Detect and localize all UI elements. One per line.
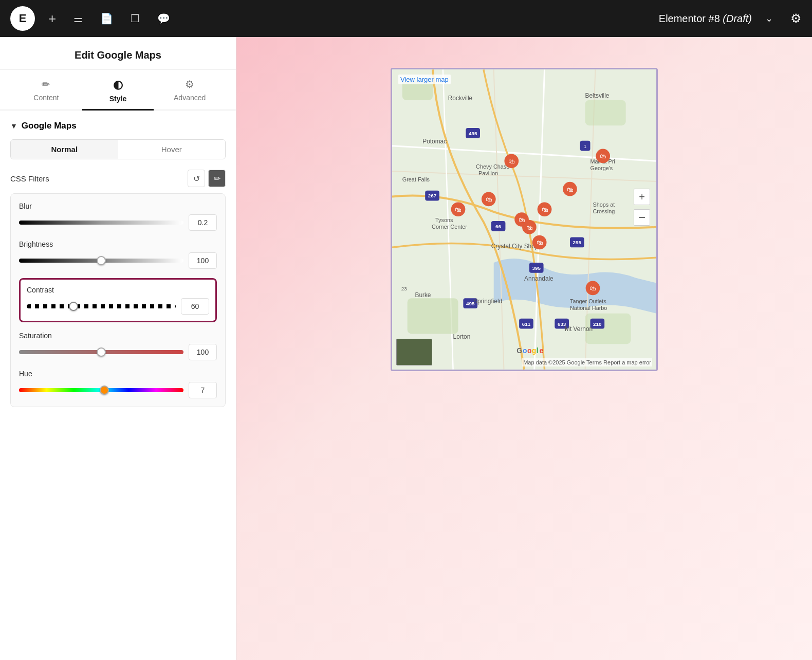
elementor-logo[interactable]: E (10, 6, 35, 31)
content-tab-icon: ✏ (42, 78, 50, 90)
brightness-value: 100 (189, 252, 217, 269)
tab-content-label: Content (33, 94, 59, 102)
hue-label: Hue (19, 370, 217, 378)
css-filters-actions: ↺ ✏ (188, 170, 226, 187)
saturation-control: 100 (19, 344, 217, 360)
map-zoom-out-button[interactable]: − (634, 209, 650, 226)
hue-slider[interactable] (19, 388, 183, 392)
brightness-slider-row: Brightness 100 (19, 240, 217, 269)
svg-text:g: g (532, 346, 536, 355)
svg-text:🛍: 🛍 (567, 186, 573, 193)
document-icon[interactable]: 📄 (96, 8, 117, 29)
svg-text:o: o (523, 346, 527, 355)
svg-text:Beltsville: Beltsville (585, 92, 610, 99)
svg-text:Lorton: Lorton (453, 333, 471, 340)
svg-text:Springfield: Springfield (473, 298, 502, 305)
page-title: Elementor #8 (Draft) (659, 13, 752, 25)
tab-style[interactable]: ◐ Style (82, 78, 154, 111)
settings-sliders-icon[interactable]: ⚌ (69, 8, 87, 29)
tabs-row: ✏ Content ◐ Style ⚙ Advanced (0, 70, 236, 111)
blur-slider-row: Blur 0.2 (19, 202, 217, 231)
advanced-tab-icon: ⚙ (185, 78, 194, 90)
map-satellite-thumbnail[interactable] (396, 339, 432, 365)
main-layout: Edit Google Maps ✏ Content ◐ Style ⚙ Adv… (0, 37, 812, 660)
add-icon[interactable]: + (44, 7, 60, 31)
right-content: ‹ (236, 37, 812, 660)
saturation-slider[interactable] (19, 350, 183, 354)
svg-text:National Harbo: National Harbo (570, 305, 607, 311)
state-toggle-group: Normal Hover (10, 139, 226, 159)
comment-icon[interactable]: 💬 (153, 8, 174, 29)
section-title: ▼ Google Maps (10, 121, 226, 131)
google-maps-section: ▼ Google Maps Normal Hover CSS Filters ↺… (0, 111, 236, 417)
topbar-gear-icon[interactable]: ⚙ (790, 11, 802, 26)
edit-icon: ✏ (214, 174, 220, 184)
svg-text:210: 210 (593, 321, 602, 327)
svg-text:Corner Center: Corner Center (432, 224, 467, 230)
css-filters-edit-button[interactable]: ✏ (208, 170, 226, 187)
hover-state-button[interactable]: Hover (118, 140, 226, 159)
blur-label: Blur (19, 202, 217, 210)
tab-advanced[interactable]: ⚙ Advanced (154, 78, 226, 109)
hue-value: 7 (189, 382, 217, 398)
svg-text:Shops at: Shops at (593, 201, 615, 208)
layers-icon[interactable]: ❒ (126, 8, 144, 29)
svg-text:e: e (540, 346, 544, 355)
hue-control: 7 (19, 382, 217, 398)
brightness-slider[interactable] (19, 259, 183, 263)
map-svg: 495 267 66 295 395 495 611 633 210 1 (392, 69, 656, 370)
svg-text:295: 295 (573, 240, 582, 245)
style-tab-icon: ◐ (113, 78, 123, 91)
svg-text:Rockville: Rockville (448, 95, 473, 102)
svg-text:267: 267 (428, 193, 437, 198)
svg-text:Great Falls: Great Falls (402, 176, 430, 182)
brightness-label: Brightness (19, 240, 217, 248)
contrast-slider[interactable] (27, 304, 176, 308)
svg-text:G: G (516, 346, 522, 355)
tab-advanced-label: Advanced (174, 94, 206, 102)
svg-text:395: 395 (532, 265, 541, 271)
hue-slider-row: Hue 7 (19, 370, 217, 398)
svg-text:o: o (527, 346, 531, 355)
blur-value: 0.2 (189, 214, 217, 231)
svg-rect-8 (585, 100, 626, 125)
blur-slider[interactable] (19, 221, 183, 225)
css-filters-label: CSS Filters (10, 174, 49, 183)
svg-text:Crossing: Crossing (593, 208, 615, 214)
saturation-slider-row: Saturation 100 (19, 332, 217, 360)
svg-text:🛍: 🛍 (455, 206, 462, 213)
view-larger-map-link[interactable]: View larger map (398, 75, 451, 84)
contrast-control: 60 (27, 298, 209, 315)
tab-style-label: Style (109, 95, 126, 103)
svg-text:Tanger Outlets: Tanger Outlets (570, 298, 606, 304)
blur-control: 0.2 (19, 214, 217, 231)
contrast-slider-row: Contrast 60 (19, 278, 217, 322)
map-container: 495 267 66 295 395 495 611 633 210 1 (391, 68, 658, 371)
svg-text:Pavilion: Pavilion (478, 170, 498, 176)
css-filters-row: CSS Filters ↺ ✏ (10, 170, 226, 187)
svg-text:Tysons: Tysons (435, 217, 453, 223)
tab-content[interactable]: ✏ Content (10, 78, 82, 109)
section-arrow-icon[interactable]: ▼ (10, 122, 17, 130)
left-panel: Edit Google Maps ✏ Content ◐ Style ⚙ Adv… (0, 37, 236, 660)
svg-text:1: 1 (584, 144, 586, 149)
contrast-value: 60 (181, 298, 209, 315)
svg-rect-9 (408, 298, 458, 334)
panel-header: Edit Google Maps (0, 37, 236, 70)
svg-text:🛍: 🛍 (486, 196, 492, 203)
svg-text:🛍: 🛍 (526, 224, 532, 231)
css-filters-reset-button[interactable]: ↺ (188, 170, 205, 187)
reset-icon: ↺ (193, 174, 200, 184)
svg-text:🛍: 🛍 (589, 285, 596, 292)
svg-text:🛍: 🛍 (519, 216, 525, 224)
svg-text:🛍: 🛍 (537, 239, 543, 246)
svg-text:🛍: 🛍 (600, 153, 606, 160)
svg-text:Mt Vernon: Mt Vernon (565, 325, 593, 333)
normal-state-button[interactable]: Normal (11, 140, 118, 159)
svg-text:George's: George's (590, 165, 613, 171)
svg-text:495: 495 (469, 131, 477, 136)
topbar: E + ⚌ 📄 ❒ 💬 Elementor #8 (Draft) ⌄ ⚙ (0, 0, 812, 37)
map-zoom-in-button[interactable]: + (634, 189, 650, 205)
map-footer: Map data ©2025 Google Terms Report a map… (522, 358, 652, 366)
page-title-chevron-icon[interactable]: ⌄ (765, 13, 773, 24)
